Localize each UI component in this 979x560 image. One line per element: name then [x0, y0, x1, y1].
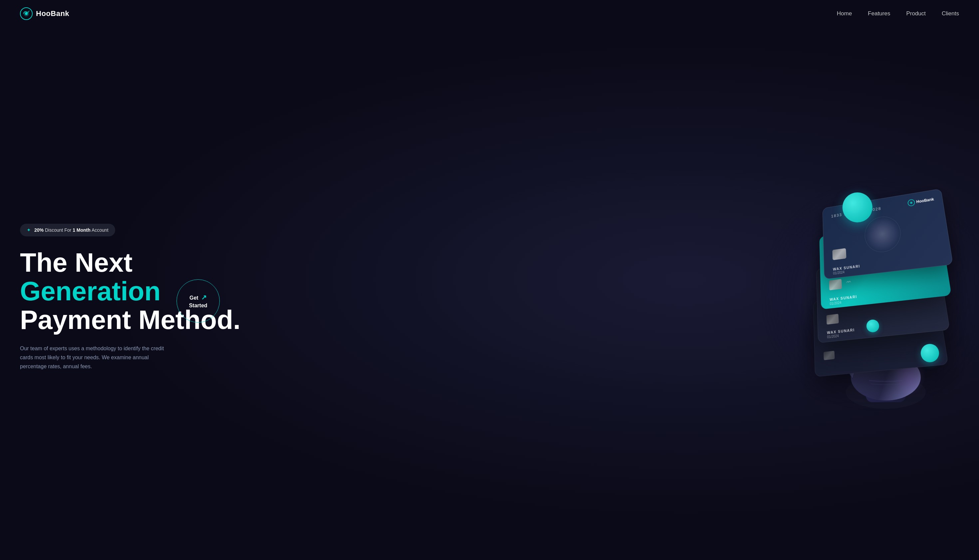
cards-stack: 1833 7163 3882 1028 HooBank WAX SUNARI 0…	[806, 196, 946, 322]
nav-link-home[interactable]: Home	[837, 10, 852, 17]
svg-point-2	[25, 12, 28, 15]
card-chip-1	[832, 248, 846, 260]
hero-heading-line2: Generation	[20, 277, 508, 306]
discount-badge: ✦ 20% Discount For 1 Month Account	[20, 224, 115, 237]
chip-dark	[827, 314, 839, 325]
nav-link-features[interactable]: Features	[868, 10, 890, 17]
hero-heading: The Next Generation Payment Method.	[20, 248, 508, 335]
hero-right: 1833 7163 3882 1028 HooBank WAX SUNARI 0…	[508, 182, 959, 409]
hoobank-logo-icon	[20, 7, 33, 20]
nav-item-home[interactable]: Home	[837, 10, 852, 17]
get-started-inner: Get ↗	[190, 293, 207, 302]
navbar: HooBank Home Features Product Clients	[0, 0, 979, 27]
card-owner-1: WAX SUNARI	[833, 264, 860, 271]
chip-teal	[829, 279, 842, 290]
nav-item-product[interactable]: Product	[906, 10, 926, 17]
get-started-text: Get ↗	[190, 293, 207, 302]
nav-link-product[interactable]: Product	[906, 10, 926, 17]
card-date-3: 01/2024	[827, 334, 839, 339]
nav-links: Home Features Product Clients	[837, 10, 959, 17]
card-owner-3: WAX SUNARI	[827, 328, 855, 335]
discount-duration: 1 Month	[73, 227, 90, 233]
discount-text: 20% Discount For 1 Month Account	[34, 227, 108, 233]
get-started-button[interactable]: Get ↗ Started	[177, 279, 220, 323]
logo[interactable]: HooBank	[20, 7, 69, 20]
card-date-2: 01/2024	[830, 301, 841, 306]
orb-top	[842, 192, 872, 222]
nav-link-clients[interactable]: Clients	[942, 10, 959, 17]
contactless-icon	[845, 278, 852, 288]
hero-description: Our team of experts uses a methodology t…	[20, 344, 167, 371]
hero-section: ✦ 20% Discount For 1 Month Account The N…	[0, 27, 979, 557]
card-hologram	[864, 214, 902, 254]
card-logo-1: HooBank	[907, 196, 934, 207]
hero-heading-line3: Payment Method.	[20, 306, 508, 334]
credit-card-1: 1833 7163 3882 1028 HooBank WAX SUNARI 0…	[822, 188, 953, 279]
nav-item-features[interactable]: Features	[868, 10, 890, 17]
hoobank-card-logo	[907, 199, 916, 207]
orb-small	[866, 320, 879, 332]
chip-bottom	[824, 351, 835, 360]
get-started-text2: Started	[189, 302, 207, 309]
card-owner-2: WAX SUNARI	[829, 294, 857, 302]
hero-heading-line1: The Next	[20, 248, 508, 277]
hero-left: ✦ 20% Discount For 1 Month Account The N…	[20, 220, 508, 371]
orb-mid	[921, 344, 939, 362]
discount-percent: 20%	[34, 227, 43, 233]
nav-item-clients[interactable]: Clients	[942, 10, 959, 17]
logo-text: HooBank	[36, 9, 69, 18]
discount-icon: ✦	[27, 227, 31, 233]
arrow-icon: ↗	[201, 293, 207, 301]
